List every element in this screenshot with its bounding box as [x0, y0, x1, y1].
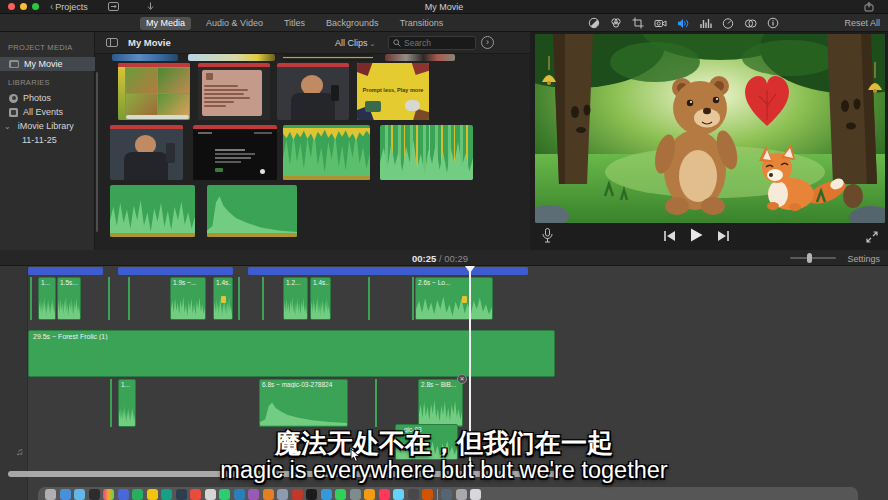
dock-app-icon[interactable]	[379, 489, 390, 500]
stabilization-icon[interactable]	[654, 18, 667, 29]
zoom-slider-thumb[interactable]	[807, 253, 812, 263]
sidebar-item-all-events[interactable]: All Events	[0, 105, 95, 119]
audio-clip[interactable]: 1.4s...	[213, 277, 233, 320]
dock-app-icon[interactable]	[350, 489, 361, 500]
audio-thumbnail[interactable]	[283, 125, 370, 180]
tab-backgrounds[interactable]: Backgrounds	[320, 17, 385, 30]
dock-app-icon[interactable]	[263, 489, 274, 500]
audio-clip[interactable]: 1.5s...	[57, 277, 81, 320]
sidebar-item-my-movie[interactable]: My Movie	[0, 57, 95, 71]
media-thumbnail[interactable]	[188, 54, 275, 61]
sidebar-item-photos[interactable]: Photos	[0, 91, 95, 105]
music-clip[interactable]: 29.5s ~ Forest Frolic (1)	[28, 330, 555, 377]
tiny-clip[interactable]	[238, 277, 240, 320]
search-field[interactable]	[388, 36, 476, 50]
dock-app-icon[interactable]	[292, 489, 303, 500]
tiny-clip[interactable]	[262, 277, 264, 320]
speed-icon[interactable]	[722, 17, 734, 29]
previous-frame-button[interactable]	[663, 228, 676, 246]
audio-thumbnail[interactable]	[207, 185, 297, 237]
dock-folder-icon[interactable]	[441, 489, 452, 500]
dock-app-icon[interactable]	[45, 489, 56, 500]
dock-app-icon[interactable]	[176, 489, 187, 500]
browser-next-button[interactable]: ›	[481, 36, 494, 49]
dock-app-icon[interactable]	[74, 489, 85, 500]
audio-clip[interactable]: 2.6s ~ Lo...	[415, 277, 493, 320]
dock-app-icon[interactable]	[306, 489, 317, 500]
audio-thumbnail[interactable]	[110, 185, 195, 237]
dock-app-icon[interactable]	[335, 489, 346, 500]
dock-app-icon[interactable]	[393, 489, 404, 500]
dock-app-icon[interactable]	[103, 489, 114, 500]
minimize-window-button[interactable]	[20, 3, 27, 10]
dock-app-icon[interactable]	[190, 489, 201, 500]
dock-app-icon[interactable]	[60, 489, 71, 500]
dock-app-icon[interactable]	[321, 489, 332, 500]
media-thumbnail[interactable]	[112, 54, 178, 61]
dock-app-icon[interactable]	[161, 489, 172, 500]
video-thumbnail-yellow-promo[interactable]: Prompt less, Play more	[357, 63, 429, 120]
tab-titles[interactable]: Titles	[278, 17, 311, 30]
dock-app-icon[interactable]	[219, 489, 230, 500]
tiny-clip[interactable]	[375, 379, 377, 427]
video-thumbnail-presenter[interactable]	[277, 63, 349, 120]
media-thumbnail[interactable]	[385, 54, 455, 61]
voiceover-mic-icon[interactable]	[542, 228, 553, 247]
effects-icon[interactable]	[744, 18, 757, 29]
tab-my-media[interactable]: My Media	[140, 17, 191, 30]
color-correction-icon[interactable]	[610, 17, 622, 29]
audio-clip[interactable]: 1...	[118, 379, 136, 427]
dock-app-icon[interactable]	[408, 489, 419, 500]
audio-clip[interactable]: 1.4s...	[310, 277, 331, 320]
projects-back-button[interactable]: ‹Projects	[50, 1, 88, 12]
reset-all-button[interactable]: Reset All	[844, 18, 880, 28]
video-thumbnail-presenter[interactable]	[110, 125, 183, 180]
tiny-clip[interactable]	[30, 277, 32, 320]
title-track-bar[interactable]	[28, 267, 103, 275]
zoom-window-button[interactable]	[32, 3, 39, 10]
crop-icon[interactable]	[632, 17, 644, 29]
audio-clip[interactable]: 1.2...	[283, 277, 308, 320]
info-icon[interactable]	[767, 17, 779, 29]
sidebar-item-event-date[interactable]: 11-11-25	[0, 133, 95, 147]
audio-clip[interactable]: 2.8s ~ BiB...	[418, 379, 463, 427]
all-clips-filter[interactable]: All Clips⌄	[335, 38, 375, 48]
dock-app-icon[interactable]	[147, 489, 158, 500]
download-arrow-icon[interactable]	[146, 2, 155, 13]
share-icon[interactable]	[864, 2, 874, 14]
tab-transitions[interactable]: Transitions	[394, 17, 450, 30]
dock-app-icon[interactable]	[132, 489, 143, 500]
volume-icon[interactable]	[677, 18, 690, 29]
dock-app-icon[interactable]	[422, 489, 433, 500]
video-thumbnail-collage[interactable]	[118, 63, 190, 120]
clip-close-badge[interactable]: ✕	[457, 374, 467, 384]
dock-app-icon[interactable]	[234, 489, 245, 500]
dock-app-icon[interactable]	[205, 489, 216, 500]
next-frame-button[interactable]	[717, 228, 730, 246]
dock-folder-icon[interactable]	[456, 489, 467, 500]
tab-audio-video[interactable]: Audio & Video	[200, 17, 269, 30]
audio-clip[interactable]: 6.8s ~ magic-03-278824	[259, 379, 348, 427]
close-window-button[interactable]	[8, 3, 15, 10]
tiny-clip[interactable]	[128, 277, 130, 320]
audio-thumbnail[interactable]	[380, 125, 473, 180]
sidebar-item-imovie-library[interactable]: ⌄ iMovie Library	[0, 119, 95, 133]
media-thumbnail[interactable]	[283, 54, 373, 61]
timeline-settings-button[interactable]: Settings	[847, 254, 880, 264]
tiny-clip[interactable]	[368, 277, 370, 320]
tiny-clip[interactable]	[110, 379, 112, 427]
dock-app-icon[interactable]	[89, 489, 100, 500]
dock-app-icon[interactable]	[118, 489, 129, 500]
play-button[interactable]	[690, 228, 703, 246]
tiny-clip[interactable]	[108, 277, 110, 320]
color-balance-icon[interactable]	[588, 17, 600, 29]
disclosure-chevron-icon[interactable]: ⌄	[4, 122, 11, 131]
browser-scrollbar[interactable]	[96, 72, 98, 232]
dock-app-icon[interactable]	[277, 489, 288, 500]
search-input[interactable]	[404, 38, 468, 48]
dock-trash-icon[interactable]	[470, 489, 481, 500]
timeline-zoom-slider[interactable]	[790, 257, 836, 259]
tiny-clip[interactable]	[412, 277, 414, 320]
title-track-bar[interactable]	[248, 267, 528, 275]
dock-app-icon[interactable]	[364, 489, 375, 500]
